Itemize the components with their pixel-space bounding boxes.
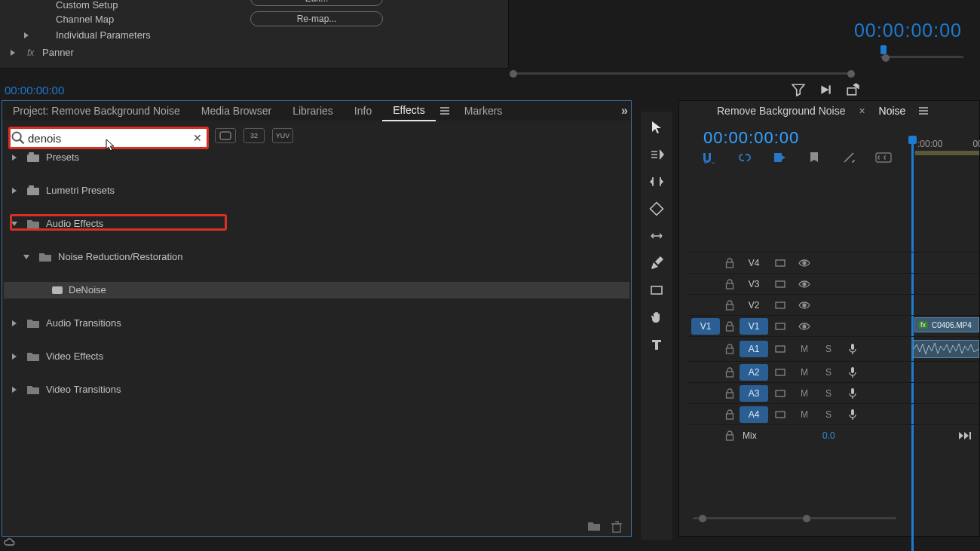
sync-lock-icon[interactable] bbox=[768, 344, 792, 354]
track-name[interactable]: A1 bbox=[740, 341, 768, 357]
track-name[interactable]: V3 bbox=[740, 276, 768, 292]
tree-item-lumetri[interactable]: Lumetri Presets bbox=[4, 182, 629, 199]
filter-funnel-icon[interactable] bbox=[792, 83, 805, 98]
track-name[interactable]: A2 bbox=[740, 364, 768, 381]
mute-toggle[interactable]: M bbox=[792, 409, 816, 420]
track-row-mix[interactable]: Mix 0.0 bbox=[687, 424, 979, 445]
tab-markers[interactable]: Markers bbox=[454, 101, 513, 121]
insert-icon[interactable] bbox=[819, 83, 832, 98]
eye-icon[interactable] bbox=[792, 322, 816, 331]
sync-lock-icon[interactable] bbox=[768, 280, 792, 289]
new-bin-icon[interactable] bbox=[587, 521, 601, 533]
slip-tool-icon[interactable] bbox=[647, 226, 666, 246]
tab-libraries[interactable]: Libraries bbox=[282, 101, 344, 121]
timeline-zoom-scrollbar[interactable] bbox=[693, 513, 896, 524]
razor-tool-icon[interactable] bbox=[647, 199, 666, 219]
audio-clip[interactable] bbox=[913, 340, 979, 358]
sync-lock-icon[interactable] bbox=[768, 301, 792, 310]
effects-search-input[interactable]: ✕ bbox=[8, 127, 209, 149]
panel-menu-icon[interactable] bbox=[914, 107, 933, 115]
source-patch[interactable]: V1 bbox=[691, 318, 720, 335]
tab-effects[interactable]: Effects bbox=[382, 100, 436, 121]
search-field[interactable] bbox=[26, 132, 191, 145]
track-name[interactable]: V2 bbox=[740, 297, 768, 314]
track-row-a4[interactable]: A4 M S bbox=[687, 403, 979, 424]
sequence-tab-1[interactable]: Remove Background Noise bbox=[709, 105, 853, 117]
video-clip[interactable]: fx C0406.MP4 bbox=[914, 317, 979, 332]
program-ruler[interactable] bbox=[880, 45, 963, 63]
export-frame-icon[interactable] bbox=[846, 83, 859, 98]
voiceover-icon[interactable] bbox=[841, 366, 865, 378]
tree-item-presets[interactable]: Presets bbox=[4, 149, 629, 166]
sync-lock-icon[interactable] bbox=[768, 368, 792, 377]
expand-icon[interactable] bbox=[23, 32, 30, 39]
panel-menu-icon[interactable] bbox=[436, 107, 454, 115]
track-name[interactable]: Mix bbox=[740, 427, 780, 444]
sync-lock-icon[interactable] bbox=[768, 259, 792, 268]
sync-lock-icon[interactable] bbox=[768, 410, 792, 419]
param-panner[interactable]: Panner bbox=[42, 44, 74, 61]
edit-button[interactable]: Edit... bbox=[250, 0, 383, 6]
expand-icon[interactable] bbox=[9, 49, 17, 57]
voiceover-icon[interactable] bbox=[841, 387, 865, 399]
marker-icon[interactable] bbox=[806, 151, 822, 164]
snap-icon[interactable] bbox=[702, 151, 718, 164]
linked-selection-icon[interactable] bbox=[737, 151, 753, 164]
solo-toggle[interactable]: S bbox=[816, 367, 841, 378]
eye-icon[interactable] bbox=[792, 280, 816, 289]
eye-icon[interactable] bbox=[792, 259, 816, 268]
track-row-a1[interactable]: A1 M S bbox=[687, 336, 979, 361]
lock-icon[interactable] bbox=[720, 409, 740, 420]
solo-toggle[interactable]: S bbox=[816, 409, 841, 420]
ripple-edit-tool-icon[interactable] bbox=[647, 172, 666, 191]
voiceover-icon[interactable] bbox=[841, 343, 865, 355]
track-name[interactable]: A4 bbox=[740, 406, 768, 423]
accelerated-filter-icon[interactable] bbox=[215, 128, 236, 143]
solo-toggle[interactable]: S bbox=[816, 344, 841, 354]
close-tab-icon[interactable]: × bbox=[853, 105, 871, 117]
tree-item-denoise[interactable]: DeNoise bbox=[4, 282, 629, 298]
track-row-v3[interactable]: V3 bbox=[687, 273, 979, 294]
horizontal-scrollbar[interactable] bbox=[510, 69, 855, 80]
track-name[interactable]: V4 bbox=[740, 255, 768, 271]
mute-toggle[interactable]: M bbox=[792, 388, 816, 399]
32bit-filter-icon[interactable]: 32 bbox=[243, 128, 265, 143]
tree-item-noise-reduction[interactable]: Noise Reduction/Restoration bbox=[4, 249, 629, 265]
track-row-v4[interactable]: V4 bbox=[687, 252, 979, 273]
track-name[interactable]: V1 bbox=[740, 318, 768, 335]
mute-toggle[interactable]: M bbox=[792, 344, 816, 354]
lock-icon[interactable] bbox=[720, 300, 740, 311]
sequence-tab-2[interactable]: Noise bbox=[871, 101, 914, 121]
track-row-a3[interactable]: A3 M S bbox=[687, 382, 979, 403]
tab-project[interactable]: Project: Remove Background Noise bbox=[2, 101, 191, 121]
delete-icon[interactable] bbox=[611, 521, 622, 533]
selection-tool-icon[interactable] bbox=[647, 118, 666, 137]
program-timecode[interactable]: 00:00:00:00 bbox=[854, 20, 962, 41]
adobe-cloud-icon[interactable] bbox=[3, 536, 15, 548]
track-select-tool-icon[interactable] bbox=[647, 145, 666, 164]
timeline-timecode[interactable]: 00:00:00:00 bbox=[703, 128, 799, 148]
clear-search-icon[interactable]: ✕ bbox=[191, 132, 204, 144]
sync-lock-icon[interactable] bbox=[768, 322, 792, 331]
captions-icon[interactable] bbox=[875, 151, 892, 164]
source-timecode[interactable]: 00:00:00:00 bbox=[5, 84, 64, 96]
lock-icon[interactable] bbox=[720, 344, 740, 354]
lock-icon[interactable] bbox=[720, 388, 740, 399]
eye-icon[interactable] bbox=[792, 301, 816, 310]
add-marker-icon[interactable] bbox=[771, 151, 788, 164]
tree-item-video-effects[interactable]: Video Effects bbox=[4, 348, 629, 365]
tree-item-video-transitions[interactable]: Video Transitions bbox=[4, 381, 629, 398]
track-row-v2[interactable]: V2 bbox=[687, 294, 979, 315]
yuv-filter-icon[interactable]: YUV bbox=[272, 128, 293, 143]
work-area-bar[interactable] bbox=[915, 151, 979, 155]
lock-icon[interactable] bbox=[720, 279, 740, 289]
tree-item-audio-transitions[interactable]: Audio Transitions bbox=[4, 315, 629, 332]
mix-value[interactable]: 0.0 bbox=[822, 430, 835, 441]
voiceover-icon[interactable] bbox=[841, 409, 865, 421]
overflow-icon[interactable]: » bbox=[621, 104, 626, 118]
tree-item-audio-effects[interactable]: Audio Effects bbox=[4, 216, 629, 232]
track-row-v1[interactable]: V1 V1 fx C0406.MP4 bbox=[687, 315, 979, 336]
lock-icon[interactable] bbox=[720, 258, 740, 268]
lock-icon[interactable] bbox=[720, 367, 740, 378]
remap-button[interactable]: Re-map... bbox=[250, 11, 383, 26]
